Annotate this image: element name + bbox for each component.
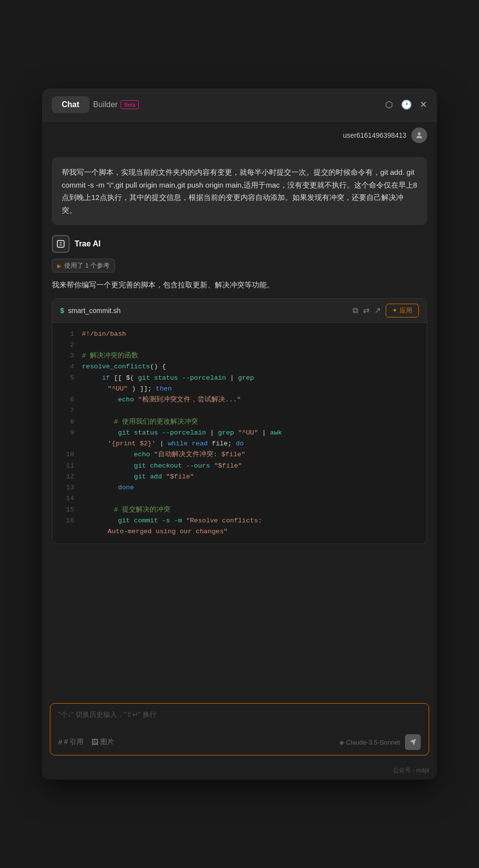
- user-message: 帮我写一个脚本，实现当前的文件夹内的内容有变更，就每半小时提交一次。提交的时候命…: [52, 157, 427, 225]
- wrap-icon[interactable]: ⇄: [363, 306, 369, 315]
- header-actions: ⬡ 🕐 ✕: [385, 99, 427, 110]
- code-line-13: 13 done: [52, 482, 427, 493]
- code-line-16: 16 git commit -s -m "Resolve conflicts: …: [52, 515, 427, 538]
- code-line-15: 15 # 提交解决的冲突: [52, 505, 427, 515]
- tab-chat[interactable]: Chat: [52, 96, 89, 113]
- code-header: $ smart_commit.sh ⧉ ⇄ ↗ ✦ 应用: [52, 299, 427, 323]
- code-line-11: 11 git checkout --ours "$file": [52, 461, 427, 472]
- code-line-9: 9 git status --porcelain | grep "^UU" | …: [52, 428, 427, 450]
- code-block: $ smart_commit.sh ⧉ ⇄ ↗ ✦ 应用: [52, 298, 427, 544]
- code-line-14: 14: [52, 493, 427, 504]
- code-actions: ⧉ ⇄ ↗ ✦ 应用: [353, 304, 419, 317]
- header: Chat Builder Beta ⬡ 🕐 ✕: [42, 88, 437, 121]
- history-icon[interactable]: 🕐: [401, 99, 412, 110]
- code-title: $ smart_commit.sh: [60, 307, 120, 315]
- image-button[interactable]: 🖼 图片: [91, 738, 114, 747]
- svg-rect-1: [57, 240, 64, 247]
- header-tabs: Chat Builder Beta: [52, 96, 139, 113]
- code-line-4: 4 resolve_conflicts() {: [52, 361, 427, 372]
- claude-icon: ◈: [339, 739, 344, 746]
- code-line-7: 7: [52, 405, 427, 416]
- app-window: Chat Builder Beta ⬡ 🕐 ✕ user616149639841…: [42, 88, 437, 780]
- tab-builder[interactable]: Builder Beta: [93, 100, 139, 109]
- username: user6161496398413: [343, 131, 406, 139]
- ai-header: Trae AI: [52, 235, 427, 253]
- avatar: [411, 127, 427, 143]
- input-footer: # # 引用 🖼 图片 ◈ Claude-3.5-Sonnet: [58, 734, 421, 750]
- dollar-icon: $: [60, 307, 64, 315]
- ai-intro-text: 我来帮你编写一个更完善的脚本，包含拉取更新、解决冲突等功能。: [52, 278, 427, 291]
- code-line-3: 3 # 解决冲突的函数: [52, 351, 427, 361]
- beta-badge: Beta: [120, 100, 139, 109]
- svg-point-0: [418, 132, 421, 135]
- code-body: 1 #!/bin/bash 2 3 # 解决冲突的函数 4: [52, 323, 427, 544]
- send-button[interactable]: [405, 734, 421, 750]
- watermark: 公众号 - nutpi: [42, 763, 437, 780]
- user-section: user6161496398413: [42, 121, 437, 149]
- code-line-6: 6 echo "检测到冲突文件，尝试解决...": [52, 395, 427, 405]
- open-icon[interactable]: ↗: [374, 306, 381, 315]
- model-label: ◈ Claude-3.5-Sonnet: [339, 739, 400, 746]
- ai-avatar: [52, 235, 70, 253]
- code-line-8: 8 # 使用我们的更改解决冲突: [52, 417, 427, 428]
- input-area[interactable]: "个↓" 切换历史输入，"⇧↵" 换行 # # 引用 🖼 图片 ◈ Claude…: [50, 703, 429, 755]
- ai-message: Trae AI ▶ 使用了 1 个参考 我来帮你编写一个更完善的脚本，包含拉取更…: [52, 235, 427, 544]
- arrow-icon: ▶: [57, 263, 61, 269]
- input-footer-right: ◈ Claude-3.5-Sonnet: [339, 734, 421, 750]
- close-icon[interactable]: ✕: [420, 99, 427, 110]
- code-line-2: 2: [52, 340, 427, 351]
- code-line-1: 1 #!/bin/bash: [52, 329, 427, 340]
- sparkle-icon: ✦: [392, 307, 398, 314]
- input-footer-left: # # 引用 🖼 图片: [58, 738, 114, 747]
- reference-badge[interactable]: ▶ 使用了 1 个参考: [52, 259, 115, 273]
- input-placeholder: "个↓" 切换历史输入，"⇧↵" 换行: [58, 710, 421, 719]
- chat-area: 帮我写一个脚本，实现当前的文件夹内的内容有变更，就每半小时提交一次。提交的时候命…: [42, 149, 437, 697]
- image-icon: 🖼: [91, 738, 98, 746]
- export-icon[interactable]: ⬡: [385, 99, 393, 110]
- copy-icon[interactable]: ⧉: [353, 306, 358, 315]
- apply-button[interactable]: ✦ 应用: [386, 304, 419, 317]
- reference-button[interactable]: # # 引用: [58, 738, 83, 747]
- ai-name: Trae AI: [75, 239, 101, 248]
- code-line-12: 12 git add "$file": [52, 472, 427, 482]
- code-line-5: 5 if [[ $( git status --porcelain | grep…: [52, 373, 427, 395]
- code-line-10: 10 echo "自动解决文件冲突: $file": [52, 449, 427, 460]
